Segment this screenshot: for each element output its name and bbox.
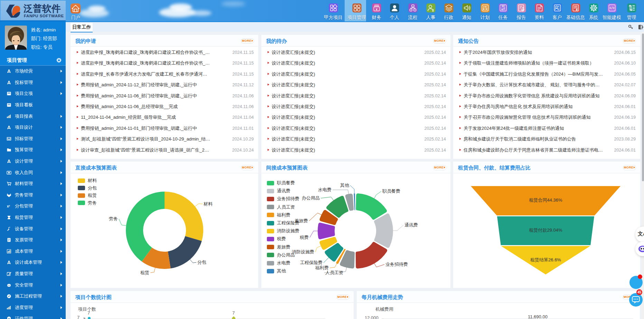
svg-text:¥: ¥ [375, 8, 377, 11]
svg-text:¥: ¥ [576, 8, 578, 11]
svg-text:分包: 分包 [197, 260, 206, 265]
svg-text:租赁合同44.36%: 租赁合同44.36% [529, 197, 562, 203]
svg-text:差旅费: 差旅费 [295, 218, 308, 223]
svg-text:税费: 税费 [300, 235, 309, 240]
svg-text:其他: 其他 [340, 183, 349, 188]
svg-text:劳务: 劳务 [109, 216, 118, 221]
svg-text:FANPU SOFTWARE: FANPU SOFTWARE [24, 14, 64, 18]
svg-text:材料: 材料 [203, 201, 213, 206]
svg-text:办公用品: 办公用品 [302, 195, 320, 201]
svg-text:x²: x² [7, 204, 10, 208]
svg-text:泛普软件: 泛普软件 [23, 3, 61, 14]
svg-text:人员工资: 人员工资 [325, 270, 343, 275]
svg-text:福利费: 福利费 [315, 265, 329, 270]
svg-text:消防设施费: 消防设施费 [292, 249, 314, 254]
svg-text:工程保险费: 工程保险费 [300, 260, 323, 265]
svg-text:业务招待费: 业务招待费 [385, 262, 408, 267]
svg-text:通讯费: 通讯费 [404, 222, 418, 228]
svg-text:租赁: 租赁 [140, 270, 149, 275]
svg-text:租赁付款29.04%: 租赁付款29.04% [529, 228, 562, 233]
svg-text:职员餐费: 职员餐费 [382, 188, 400, 194]
svg-text:租赁结算26.6%: 租赁结算26.6% [530, 257, 561, 262]
svg-text:水电费: 水电费 [318, 187, 332, 192]
